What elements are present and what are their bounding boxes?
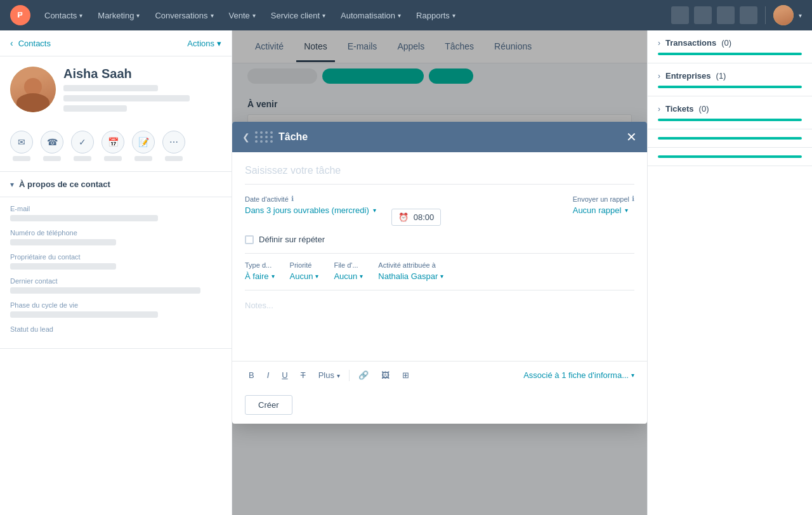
tickets-header[interactable]: › Tickets (0) [658, 104, 802, 114]
reminder-dropdown[interactable]: Aucun rappel ▾ [573, 205, 634, 215]
toolbar-bold-button[interactable]: B [245, 368, 258, 382]
modal-header: ❮ Tâche ✕ [232, 122, 647, 152]
left-panel: ‹ Contacts Actions ▾ Aisha Saah ✉ [0, 30, 232, 515]
action-label-6 [165, 156, 183, 161]
tickets-title: Tickets [665, 104, 694, 114]
field-lifecycle: Phase du cycle de vie [10, 301, 221, 318]
associated-button[interactable]: Associé à 1 fiche d'informa... [523, 370, 629, 380]
toolbar-italic-button[interactable]: I [263, 368, 273, 382]
toolbar-link-button[interactable]: 🔗 [355, 368, 372, 382]
field-lead-status: Statut du lead [10, 325, 221, 333]
assigned-label: Activité attribuée à [378, 261, 443, 269]
type-group: Type d... À faire ▾ [245, 261, 275, 281]
nav-icon-4[interactable] [740, 6, 757, 24]
type-dropdown[interactable]: À faire ▾ [245, 271, 275, 281]
field-email-label: E-mail [10, 205, 221, 212]
nav-icon-1[interactable] [671, 6, 689, 24]
left-header: ‹ Contacts Actions ▾ [0, 30, 232, 56]
transactions-chevron-icon: › [658, 39, 660, 48]
action-label-1 [13, 156, 30, 161]
priority-label: Priorité [290, 261, 319, 269]
field-phone-value [10, 239, 116, 245]
right-section-tickets: › Tickets (0) [648, 96, 812, 129]
action-label-2 [43, 156, 61, 161]
action-label-4 [104, 156, 122, 161]
chevron-down-icon: ▾ [136, 12, 140, 19]
notes-textarea[interactable] [245, 298, 634, 349]
action-btn-meeting[interactable]: 📅 [102, 131, 124, 153]
chevron-down-icon: ▾ [79, 12, 82, 19]
priority-dropdown[interactable]: Aucun ▾ [290, 271, 319, 281]
action-btn-task[interactable]: ✓ [71, 131, 94, 153]
assigned-group: Activité attribuée à Nathalia Gaspar ▾ [378, 261, 443, 281]
nav-conversations[interactable]: Conversations ▾ [148, 8, 219, 23]
time-input[interactable]: ⏰ 08:00 [391, 209, 442, 226]
task-title-input[interactable] [245, 162, 634, 185]
toolbar-table-button[interactable]: ⊞ [398, 368, 413, 382]
back-icon: ‹ [10, 38, 13, 48]
field-lifecycle-value [10, 311, 158, 318]
modal-footer: B I U T Plus ▾ 🔗 🖼 ⊞ Associé à 1 [232, 361, 647, 389]
action-group-3: ✓ [71, 131, 94, 161]
nav-contacts[interactable]: Contacts ▾ [38, 8, 89, 23]
transactions-count: (0) [721, 38, 731, 48]
field-email: E-mail [10, 205, 221, 221]
chevron-down-icon: ▾ [252, 12, 256, 19]
entreprises-count: (1) [716, 71, 726, 81]
toolbar-plus-button[interactable]: Plus ▾ [315, 368, 344, 382]
modal-close-button[interactable]: ✕ [626, 129, 637, 145]
right-section-extra2 [648, 148, 812, 166]
nav-automatisation[interactable]: Automatisation ▾ [334, 8, 407, 23]
nav-rapports[interactable]: Rapports ▾ [410, 8, 462, 23]
toolbar-underline-button[interactable]: U [278, 368, 291, 382]
queue-dropdown[interactable]: Aucun ▾ [334, 271, 363, 281]
nav-icon-2[interactable] [694, 6, 712, 24]
modal-header-left: ❮ Tâche [242, 131, 308, 143]
nav-marketing[interactable]: Marketing ▾ [91, 8, 146, 23]
field-email-value [10, 215, 158, 221]
associated-arrow-icon: ▾ [631, 372, 634, 379]
priority-group: Priorité Aucun ▾ [290, 261, 319, 281]
chevron-down-icon: ▾ [452, 12, 455, 19]
hubspot-logo[interactable] [10, 5, 30, 25]
date-dropdown[interactable]: Dans 3 jours ouvrables (mercredi) ▾ [245, 205, 376, 215]
modal-collapse-icon[interactable]: ❮ [242, 132, 250, 142]
action-btn-note[interactable]: 📝 [132, 131, 155, 153]
clock-icon: ⏰ [398, 212, 409, 222]
action-group-2: ☎ [41, 131, 63, 161]
time-group: ⏰ 08:00 [391, 195, 442, 226]
actions-button[interactable]: Actions ▾ [187, 39, 221, 48]
toolbar-image-button[interactable]: 🖼 [377, 368, 393, 382]
section-about[interactable]: ▾ À propos de ce contact [0, 172, 232, 197]
toolbar-strikethrough-button[interactable]: T [297, 368, 310, 382]
tickets-count: (0) [699, 104, 709, 114]
breadcrumb-contacts[interactable]: Contacts [18, 39, 51, 48]
assigned-arrow: ▾ [440, 273, 443, 280]
toolbar-right: Associé à 1 fiche d'informa... ▾ [523, 370, 634, 380]
field-owner-label: Propriétaire du contact [10, 253, 221, 261]
field-lead-status-label: Statut du lead [10, 325, 221, 333]
contact-info: Aisha Saah [63, 67, 221, 115]
create-button[interactable]: Créer [245, 395, 292, 415]
assigned-dropdown[interactable]: Nathalia Gaspar ▾ [378, 271, 443, 281]
nav-vente[interactable]: Vente ▾ [223, 8, 262, 23]
type-row: Type d... À faire ▾ Priorité Aucun ▾ [245, 261, 634, 281]
nav-divider [765, 6, 766, 24]
action-btn-call[interactable]: ☎ [41, 131, 63, 153]
repeat-label: Définir sur répéter [259, 235, 325, 244]
action-btn-email[interactable]: ✉ [10, 131, 33, 153]
field-last-contact-value [10, 287, 200, 294]
action-btn-more[interactable]: ⋯ [162, 131, 185, 153]
type-arrow: ▾ [272, 273, 275, 280]
transactions-header[interactable]: › Transactions (0) [658, 38, 802, 48]
divider-2 [245, 290, 634, 290]
entreprises-header[interactable]: › Entreprises (1) [658, 71, 802, 81]
chevron-down-icon: ▾ [398, 12, 401, 19]
contact-fields: E-mail Numéro de téléphone Propriétaire … [0, 197, 232, 349]
nav-service[interactable]: Service client ▾ [265, 8, 332, 23]
field-lifecycle-label: Phase du cycle de vie [10, 301, 221, 309]
user-avatar[interactable] [773, 5, 794, 25]
chevron-down-icon: ▾ [211, 12, 214, 19]
nav-icon-3[interactable] [717, 6, 735, 24]
repeat-checkbox[interactable] [245, 235, 254, 244]
